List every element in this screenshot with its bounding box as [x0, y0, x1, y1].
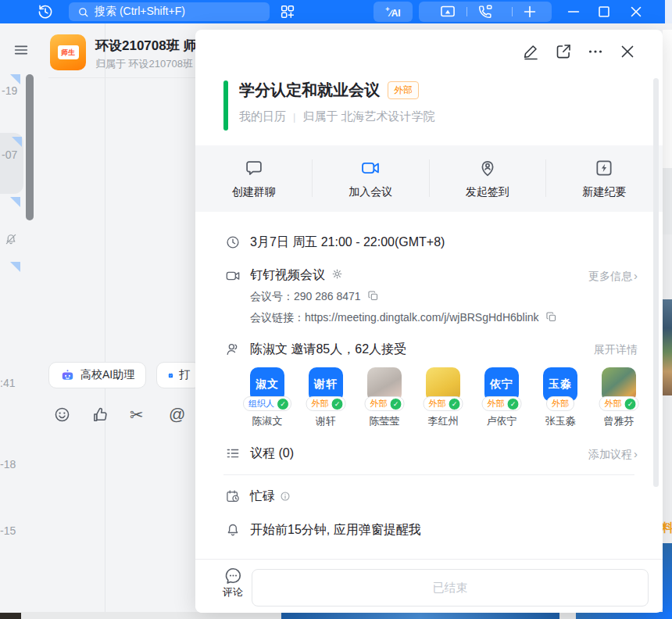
attendee-name: 陈莹莹 [370, 414, 400, 428]
open-external-icon [554, 42, 573, 61]
robot-icon [60, 368, 75, 383]
expand-details-link[interactable]: 展开详情 [594, 343, 638, 357]
comment-bubble-icon [223, 566, 243, 585]
video-meeting-icon [225, 268, 241, 284]
attendee-item: 淑文 组织人✓ 陈淑文 [250, 367, 284, 402]
muted-bell-icon [4, 232, 18, 246]
maximize-button[interactable] [595, 3, 613, 20]
search-placeholder: 搜索 (Ctrl+Shift+F) [95, 5, 185, 19]
checkin-pin-icon [477, 158, 498, 178]
chat-bubble-icon [244, 158, 264, 178]
meeting-id-row: 会议号：290 286 8471 [250, 290, 379, 304]
video-call-button[interactable] [477, 3, 494, 20]
accepted-check-icon: ✓ [449, 398, 461, 410]
more-info-link[interactable]: 更多信息› [588, 269, 638, 284]
meeting-link-label: 会议链接： [250, 311, 305, 324]
close-window-button[interactable] [627, 3, 645, 20]
screenshot-button[interactable]: ✂ [130, 406, 144, 424]
search-icon [77, 6, 89, 18]
meeting-link[interactable]: https://meeting.dingtalk.com/j/wjBRSgHdH… [305, 311, 539, 324]
minimize-button[interactable] [565, 3, 582, 20]
more-options-button[interactable] [586, 42, 605, 61]
comment-button[interactable]: 评论 [219, 566, 247, 599]
history-button[interactable] [37, 3, 54, 20]
create-group-chat-button[interactable]: 创建群聊 [195, 145, 313, 212]
video-camera-icon [360, 158, 381, 178]
accepted-check-icon: ✓ [277, 398, 289, 410]
meeting-id: 290 286 8471 [294, 290, 361, 302]
attendee-item: 玉淼 外部 张玉淼 [543, 367, 577, 402]
start-checkin-button[interactable]: 发起签到 [429, 145, 546, 212]
ellipsis-icon [586, 42, 605, 61]
clock-icon [225, 234, 241, 250]
chat-bottom-image-fragment [281, 612, 559, 619]
agenda-list-icon [225, 445, 241, 461]
search-input[interactable]: 搜索 (Ctrl+Shift+F) [69, 2, 270, 21]
close-panel-button[interactable] [618, 42, 637, 61]
chat-list-time: -07 [2, 148, 17, 161]
chat-unread-corner [10, 262, 20, 272]
chat-fragment [663, 30, 672, 168]
chat-list-scrollbar[interactable] [26, 74, 34, 220]
reminder-bell-icon [225, 522, 241, 538]
calendar-name: 我的日历 [239, 109, 286, 123]
meeting-type: 钉钉视频会议 [250, 268, 325, 281]
hamburger-menu-button[interactable] [13, 41, 30, 59]
join-meeting-button[interactable]: 加入会议 [313, 145, 430, 212]
ai-assistant-button[interactable]: 高校AI助理 [48, 362, 146, 388]
chat-list-time: -19 [2, 84, 17, 97]
attendee-item: 依宁 外部✓ 卢依宁 [484, 367, 519, 402]
attendee-name: 曾雅芬 [604, 414, 634, 428]
meeting-ended-input[interactable]: 已结束 [252, 569, 649, 606]
screen-share-button[interactable] [439, 3, 456, 20]
ai-translate-button[interactable]: +∕AI [374, 2, 413, 22]
copy-meeting-id-button[interactable] [367, 290, 379, 302]
mention-button[interactable]: @ [169, 405, 185, 424]
history-icon [37, 3, 54, 20]
chat-photo-fragment [663, 299, 672, 395]
action-label: 创建群聊 [232, 185, 276, 199]
chat-group-subtitle: 归属于 环设210708班 [95, 57, 193, 71]
busy-status[interactable]: 忙碌 [250, 489, 275, 503]
copy-meeting-link-button[interactable] [545, 311, 557, 323]
meeting-settings-button[interactable] [331, 268, 343, 280]
ai-assistant-label: 高校AI助理 [80, 368, 134, 382]
external-badge: 外部 [388, 81, 419, 99]
accepted-check-icon: ✓ [331, 398, 344, 410]
ai-translate-icon: +∕AI [385, 5, 400, 19]
chat-list-time: :41 [0, 377, 15, 389]
calendar-belongs: 归属于 北海艺术设计学院 [302, 109, 434, 123]
panel-bottom-bar: 评论 已结束 [195, 559, 663, 613]
section-divider [223, 474, 634, 475]
group-avatar[interactable]: 师生 [50, 34, 86, 70]
accepted-check-icon: ✓ [390, 398, 402, 410]
comment-label: 评论 [219, 585, 247, 599]
attendee-badge: 外部✓ [424, 396, 463, 411]
emoji-button[interactable] [53, 406, 71, 424]
attendee-item: 外部✓ 陈莹莹 [367, 367, 402, 402]
new-button[interactable] [521, 3, 538, 20]
attendee-badge: 外部✓ [599, 396, 639, 411]
workbench-button[interactable] [279, 3, 296, 20]
like-button[interactable] [91, 406, 109, 424]
action-label: 加入会议 [349, 185, 392, 199]
minutes-doc-icon [594, 158, 614, 178]
close-icon [627, 3, 645, 20]
attendee-item: 谢轩 外部✓ 谢轩 [309, 367, 343, 402]
event-title: 学分认定和就业会议 [239, 81, 380, 98]
screen-share-icon [439, 3, 456, 20]
open-external-button[interactable] [554, 42, 573, 61]
panel-scrollbar[interactable] [653, 78, 659, 487]
attendee-badge: 外部✓ [365, 396, 405, 411]
chat-group-title: 环设210708班 师 [95, 37, 196, 55]
info-icon [280, 491, 291, 502]
close-icon [618, 42, 637, 61]
action-divider [545, 159, 546, 197]
new-minutes-button[interactable]: 新建纪要 [546, 145, 663, 212]
edit-event-button[interactable] [522, 42, 541, 61]
accepted-check-icon: ✓ [624, 398, 637, 410]
add-agenda-link[interactable]: 添加议程› [588, 447, 638, 462]
reminder-text[interactable]: 开始前15分钟, 应用弹窗提醒我 [250, 522, 421, 538]
attendee-name: 张玉淼 [545, 414, 576, 428]
meeting-id-label: 会议号： [250, 290, 294, 302]
